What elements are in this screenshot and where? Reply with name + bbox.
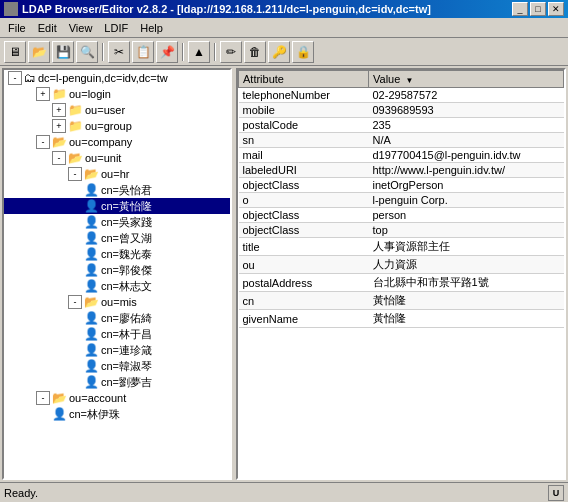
menu-view[interactable]: View	[63, 20, 99, 36]
tree-node-root[interactable]: - 🗂 dc=l-penguin,dc=idv,dc=tw	[4, 70, 230, 86]
tree-node-cn13[interactable]: 👤 cn=林伊珠	[4, 406, 230, 422]
table-row[interactable]: givenName黃怡隆	[239, 310, 564, 328]
tree-label-login: ou=login	[69, 88, 111, 100]
toolbar-add2[interactable]: 🔒	[292, 41, 314, 63]
tree-node-cn2[interactable]: 👤 cn=黃怡隆	[4, 198, 230, 214]
tree-node-account[interactable]: - 📂 ou=account	[4, 390, 230, 406]
folder-icon-user: 📁	[68, 103, 83, 117]
tree-node-cn1[interactable]: 👤 cn=吳怡君	[4, 182, 230, 198]
table-row[interactable]: telephoneNumber02-29587572	[239, 88, 564, 103]
menu-file[interactable]: File	[2, 20, 32, 36]
table-row[interactable]: ol-penguin Corp.	[239, 193, 564, 208]
tree-node-cn11[interactable]: 👤 cn=韓淑琴	[4, 358, 230, 374]
tree-node-company[interactable]: - 📂 ou=company	[4, 134, 230, 150]
toolbar-delete[interactable]: 🗑	[244, 41, 266, 63]
tree-label-company: ou=company	[69, 136, 132, 148]
toolbar-up[interactable]: ▲	[188, 41, 210, 63]
tree-node-cn10[interactable]: 👤 cn=連珍箴	[4, 342, 230, 358]
tree-node-cn8[interactable]: 👤 cn=廖佑綺	[4, 310, 230, 326]
expander-account[interactable]: -	[36, 391, 50, 405]
person-icon-11: 👤	[84, 359, 99, 373]
tree-node-cn9[interactable]: 👤 cn=林于昌	[4, 326, 230, 342]
table-row[interactable]: postalCode235	[239, 118, 564, 133]
toolbar-new[interactable]: 🖥	[4, 41, 26, 63]
toolbar-save[interactable]: 💾	[52, 41, 74, 63]
attr-name-cell: givenName	[239, 310, 369, 328]
table-row[interactable]: cn黃怡隆	[239, 292, 564, 310]
status-indicator: U	[548, 485, 564, 501]
toolbar-search[interactable]: 🔍	[76, 41, 98, 63]
col-header-value[interactable]: Value ▼	[369, 71, 564, 88]
tree-node-user[interactable]: + 📁 ou=user	[4, 102, 230, 118]
title-bar-buttons: _ □ ✕	[512, 2, 564, 16]
expander-group[interactable]: +	[52, 119, 66, 133]
toolbar-paste[interactable]: 📌	[156, 41, 178, 63]
toolbar-cut[interactable]: ✂	[108, 41, 130, 63]
expander-company[interactable]: -	[36, 135, 50, 149]
table-row[interactable]: objectClassinetOrgPerson	[239, 178, 564, 193]
person-icon-10: 👤	[84, 343, 99, 357]
table-row[interactable]: mobile0939689593	[239, 103, 564, 118]
tree-node-hr[interactable]: - 📂 ou=hr	[4, 166, 230, 182]
tree-node-cn5[interactable]: 👤 cn=魏光泰	[4, 246, 230, 262]
toolbar-copy[interactable]: 📋	[132, 41, 154, 63]
tree-node-group[interactable]: + 📁 ou=group	[4, 118, 230, 134]
person-icon-7: 👤	[84, 279, 99, 293]
tree-label-cn9: cn=林于昌	[101, 327, 152, 342]
tree-label-cn5: cn=魏光泰	[101, 247, 152, 262]
folder-icon-group: 📁	[68, 119, 83, 133]
menu-edit[interactable]: Edit	[32, 20, 63, 36]
status-text: Ready.	[4, 487, 548, 499]
table-row[interactable]: labeledURIhttp://www.l-penguin.idv.tw/	[239, 163, 564, 178]
tree-node-login[interactable]: + 📁 ou=login	[4, 86, 230, 102]
status-bar: Ready. U	[0, 482, 568, 502]
table-row[interactable]: snN/A	[239, 133, 564, 148]
tree-label-cn10: cn=連珍箴	[101, 343, 152, 358]
menu-help[interactable]: Help	[134, 20, 169, 36]
tree-node-cn4[interactable]: 👤 cn=曾又湖	[4, 230, 230, 246]
maximize-button[interactable]: □	[530, 2, 546, 16]
expander-unit[interactable]: -	[52, 151, 66, 165]
toolbar-edit[interactable]: ✏	[220, 41, 242, 63]
toolbar-add1[interactable]: 🔑	[268, 41, 290, 63]
close-button[interactable]: ✕	[548, 2, 564, 16]
expander-root[interactable]: -	[8, 71, 22, 85]
expander-hr[interactable]: -	[68, 167, 82, 181]
table-row[interactable]: title人事資源部主任	[239, 238, 564, 256]
table-row[interactable]: objectClasstop	[239, 223, 564, 238]
tree-node-mis[interactable]: - 📂 ou=mis	[4, 294, 230, 310]
tree-node-cn7[interactable]: 👤 cn=林志文	[4, 278, 230, 294]
app-icon	[4, 2, 18, 16]
attr-value-cell: top	[369, 223, 564, 238]
tree-node-cn12[interactable]: 👤 cn=劉夢吉	[4, 374, 230, 390]
expander-mis[interactable]: -	[68, 295, 82, 309]
toolbar: 🖥 📂 💾 🔍 ✂ 📋 📌 ▲ ✏ 🗑 🔑 🔒	[0, 38, 568, 66]
toolbar-open[interactable]: 📂	[28, 41, 50, 63]
table-row[interactable]: maild197700415@l-penguin.idv.tw	[239, 148, 564, 163]
tree-node-unit[interactable]: - 📂 ou=unit	[4, 150, 230, 166]
expander-login[interactable]: +	[36, 87, 50, 101]
table-row[interactable]: postalAddress台北縣中和市景平路1號	[239, 274, 564, 292]
table-row[interactable]: ou人力資源	[239, 256, 564, 274]
expander-user[interactable]: +	[52, 103, 66, 117]
col-header-attribute[interactable]: Attribute	[239, 71, 369, 88]
person-icon-8: 👤	[84, 311, 99, 325]
tree-panel[interactable]: - 🗂 dc=l-penguin,dc=idv,dc=tw + 📁 ou=log…	[2, 68, 232, 480]
attr-value-cell: inetOrgPerson	[369, 178, 564, 193]
table-row[interactable]: objectClassperson	[239, 208, 564, 223]
attribute-table: Attribute Value ▼ telephoneNumber02-2958…	[238, 70, 564, 328]
main-area: - 🗂 dc=l-penguin,dc=idv,dc=tw + 📁 ou=log…	[0, 66, 568, 482]
tree-node-cn6[interactable]: 👤 cn=郭俊傑	[4, 262, 230, 278]
tree-label-unit: ou=unit	[85, 152, 121, 164]
menu-ldif[interactable]: LDIF	[98, 20, 134, 36]
attr-value-cell: 黃怡隆	[369, 292, 564, 310]
attr-value-cell: 台北縣中和市景平路1號	[369, 274, 564, 292]
person-icon-2: 👤	[84, 199, 99, 213]
sort-arrow-value: ▼	[405, 76, 413, 85]
folder-icon-hr: 📂	[84, 167, 99, 181]
tree-label-cn1: cn=吳怡君	[101, 183, 152, 198]
minimize-button[interactable]: _	[512, 2, 528, 16]
attr-name-cell: cn	[239, 292, 369, 310]
tree-node-cn3[interactable]: 👤 cn=吳家踐	[4, 214, 230, 230]
attr-name-cell: title	[239, 238, 369, 256]
